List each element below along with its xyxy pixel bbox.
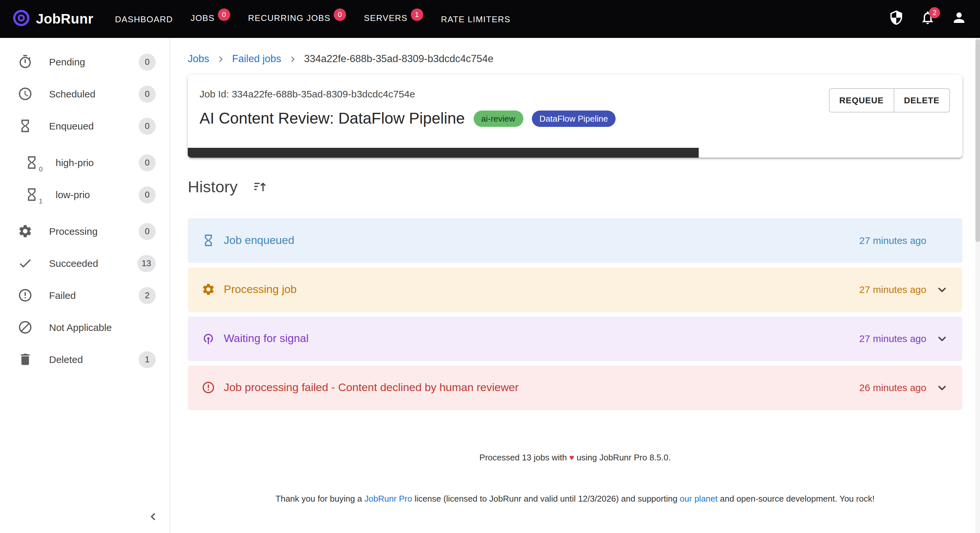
breadcrumb-jobs-link[interactable]: Jobs (188, 53, 209, 65)
footer-text: license (licensed to JobRunr and valid u… (412, 494, 680, 504)
breadcrumb-current-job-id: 334a22fe-688b-35ad-8309-b3dcdc4c754e (304, 53, 493, 65)
gear-icon (202, 283, 215, 296)
error-icon (202, 380, 215, 395)
history-event-time: 27 minutes ago (859, 333, 926, 344)
priority-sub-number: 1 (38, 198, 43, 205)
job-title: AI Content Review: DataFlow Pipeline (199, 109, 465, 127)
sidebar-item-deleted[interactable]: Deleted 1 (0, 343, 169, 375)
nav-item-rate-limiters[interactable]: RATE LIMITERS (441, 10, 511, 28)
jobrunr-pro-link[interactable]: JobRunr Pro (364, 494, 412, 504)
footer-text: Thank you for buying a (275, 494, 364, 504)
sidebar-item-succeeded[interactable]: Succeeded 13 (0, 247, 169, 279)
footer-line-2: Thank you for buying a JobRunr Pro licen… (188, 492, 963, 506)
sidebar-item-high-prio[interactable]: 0 high-prio 0 (0, 146, 169, 178)
navbar-actions: 2 (887, 10, 967, 28)
nav-item-dashboard[interactable]: DASHBOARD (115, 10, 173, 28)
sidebar-item-pending[interactable]: Pending 0 (0, 46, 169, 78)
sidebar-item-count: 1 (139, 351, 156, 368)
nav-item-label: SERVERS (364, 13, 408, 22)
job-actions-group: REQUEUE DELETE (829, 88, 950, 113)
brand-home-link[interactable]: JobRunr (13, 9, 93, 29)
history-row-failed[interactable]: Job processing failed - Content declined… (188, 365, 963, 410)
sidebar-item-enqueued[interactable]: Enqueued 0 (0, 110, 169, 142)
history-row-processing[interactable]: Processing job 27 minutes ago (188, 267, 963, 312)
history-title: History (188, 178, 237, 196)
sidebar-item-count: 2 (139, 287, 156, 304)
breadcrumb-failed-jobs-link[interactable]: Failed jobs (232, 53, 281, 65)
shield-icon (888, 10, 904, 28)
jobrunr-app: JobRunr DASHBOARD JOBS 0 RECURRING JOBS … (0, 0, 980, 533)
nav-item-servers[interactable]: SERVERS 1 (364, 9, 423, 29)
footer-line-1: Processed 13 jobs with ♥ using JobRunr P… (188, 450, 963, 464)
sidebar-item-label: Not Applicable (49, 322, 156, 333)
nav-item-label: RATE LIMITERS (441, 14, 511, 24)
sidebar-item-count: 0 (139, 85, 156, 102)
sort-order-icon[interactable] (253, 180, 267, 194)
sidebar-item-processing[interactable]: Processing 0 (0, 215, 169, 247)
chevron-down-icon[interactable] (934, 282, 950, 297)
job-card-bottom: import org.jobrunr.demo.approval.AiAppro… (188, 148, 963, 157)
nav-item-label: DASHBOARD (115, 14, 173, 24)
chevron-right-icon (287, 53, 298, 64)
main-content: Jobs Failed jobs 334a22fe-688b-35ad-8309… (170, 38, 980, 533)
notifications-button[interactable]: 2 (918, 10, 936, 28)
footer: Processed 13 jobs with ♥ using JobRunr P… (188, 423, 963, 533)
person-icon (951, 10, 967, 28)
job-details-card: Job Id: 334a22fe-688b-35ad-8309-b3dcdc4c… (188, 75, 963, 157)
trash-icon (18, 352, 33, 367)
heart-icon: ♥ (569, 452, 574, 462)
nav-item-recurring-jobs[interactable]: RECURRING JOBS 0 (248, 9, 346, 29)
history-event-label: Job enqueued (224, 234, 859, 247)
nav-item-jobs[interactable]: JOBS 0 (191, 9, 231, 29)
signal-icon (202, 332, 215, 345)
nav-menu: DASHBOARD JOBS 0 RECURRING JOBS 0 SERVER… (115, 9, 510, 29)
chevron-right-icon (215, 53, 226, 64)
error-icon (18, 288, 33, 303)
history-event-label: Waiting for signal (224, 332, 859, 345)
block-icon (18, 320, 33, 335)
jobs-sidebar: Pending 0 Scheduled 0 Enqueued 0 (0, 38, 170, 533)
priority-sub-number: 0 (38, 166, 43, 173)
history-event-label: Job processing failed - Content declined… (224, 381, 859, 394)
requeue-button[interactable]: REQUEUE (829, 88, 894, 113)
hourglass-icon (18, 118, 33, 134)
stopwatch-icon (18, 54, 33, 69)
priority-panel: Priority: high-prio (699, 148, 963, 157)
nav-item-label: RECURRING JOBS (248, 13, 330, 22)
check-icon (18, 256, 33, 271)
nav-item-label: JOBS (191, 13, 215, 22)
hourglass-1-icon: 1 (24, 187, 39, 202)
scrollbar-thumb[interactable] (975, 39, 980, 242)
sidebar-item-count: 0 (139, 223, 156, 240)
sidebar-item-not-applicable[interactable]: Not Applicable (0, 311, 169, 343)
sidebar-item-scheduled[interactable]: Scheduled 0 (0, 78, 169, 110)
security-shield-button[interactable] (887, 10, 905, 28)
hourglass-0-icon: 0 (24, 155, 39, 170)
sidebar-item-low-prio[interactable]: 1 low-prio 0 (0, 178, 169, 211)
chevron-down-icon[interactable] (934, 380, 950, 395)
content-shell: Pending 0 Scheduled 0 Enqueued 0 (0, 38, 980, 533)
delete-button[interactable]: DELETE (894, 88, 950, 113)
sidebar-item-count: 0 (139, 154, 156, 171)
our-planet-link[interactable]: our planet (680, 494, 718, 504)
sidebar-item-count: 0 (139, 186, 156, 203)
history-row-waiting-for-signal[interactable]: Waiting for signal 27 minutes ago (188, 316, 963, 361)
chevron-down-icon[interactable] (934, 331, 950, 346)
account-button[interactable] (950, 10, 967, 28)
sidebar-collapse-button[interactable] (143, 508, 163, 528)
sidebar-item-count: 13 (137, 255, 156, 272)
job-code-block: import org.jobrunr.demo.approval.AiAppro… (188, 148, 699, 157)
label-chip-dataflow-pipeline: DataFlow Pipeline (531, 110, 616, 127)
notifications-count-badge: 2 (929, 7, 940, 18)
sidebar-item-failed[interactable]: Failed 2 (0, 279, 169, 311)
sidebar-item-label: Failed (49, 290, 139, 301)
footer-text: using JobRunr Pro 8.5.0. (574, 452, 671, 462)
gear-icon (18, 224, 33, 239)
sidebar-item-label: low-prio (56, 189, 139, 200)
recurring-jobs-count-badge: 0 (334, 8, 347, 21)
history-row-enqueued: Job enqueued 27 minutes ago (188, 218, 963, 263)
label-chip-ai-review: ai-review (473, 110, 523, 127)
sidebar-item-label: Succeeded (49, 258, 137, 269)
chevron-left-icon (146, 509, 160, 527)
history-event-time: 27 minutes ago (859, 284, 926, 295)
